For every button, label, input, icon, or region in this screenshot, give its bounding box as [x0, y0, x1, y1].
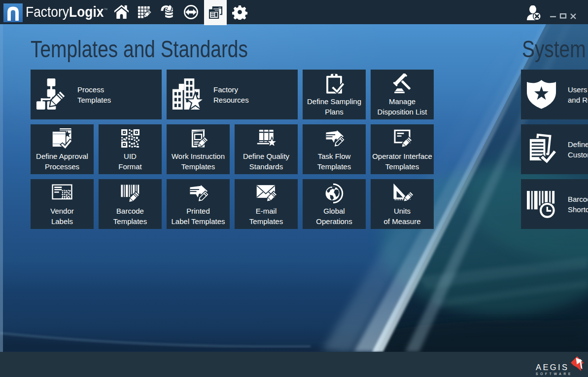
svg-text:AEGIS: AEGIS [536, 363, 569, 372]
svg-text:SOFTWARE: SOFTWARE [536, 372, 573, 376]
